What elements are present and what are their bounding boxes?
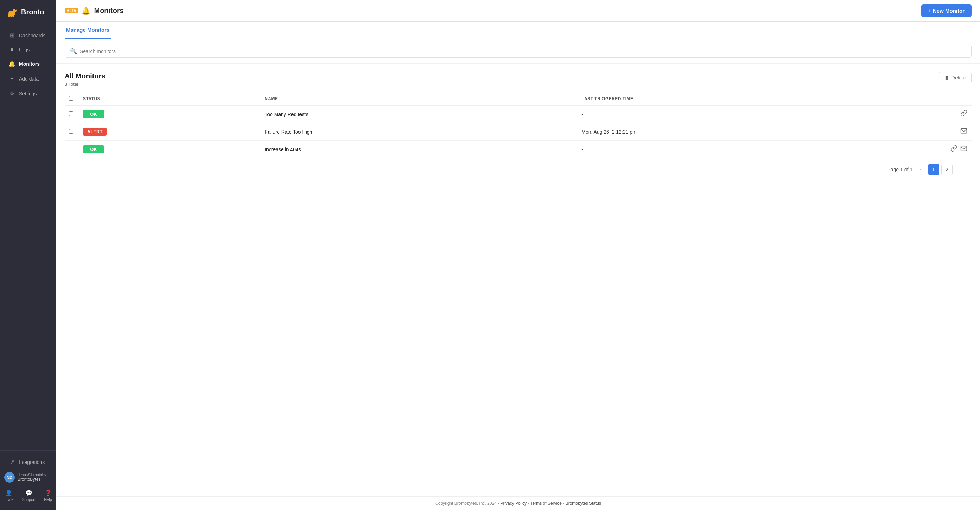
footer-sep2: -: [563, 501, 565, 506]
page-title: Monitors: [94, 7, 123, 15]
trash-icon: 🗑: [945, 75, 950, 81]
tab-manage-monitors[interactable]: Manage Monitors: [65, 22, 111, 39]
sidebar-item-monitors[interactable]: 🔔 Monitors: [3, 57, 53, 71]
page-of: of: [904, 167, 908, 172]
sidebar-item-add-data-label: Add data: [19, 76, 39, 81]
main-content: BETA 🔔 Monitors + New Monitor Manage Mon…: [56, 0, 980, 510]
row-name-cell[interactable]: Increase in 404s: [261, 141, 577, 158]
brontobytes-status-link[interactable]: Brontobytes Status: [566, 501, 601, 506]
total-pages: 1: [910, 167, 913, 172]
monitors-icon: 🔔: [8, 61, 16, 67]
prev-page-button[interactable]: ←: [918, 166, 926, 173]
new-monitor-button[interactable]: + New Monitor: [921, 4, 972, 17]
support-action[interactable]: 💬 Support: [19, 488, 39, 503]
footer-sep1: -: [528, 501, 530, 506]
sidebar-item-dashboards-label: Dashboards: [19, 33, 46, 38]
sidebar-nav: ⊞ Dashboards ≡ Logs 🔔 Monitors ＋ Add dat…: [0, 26, 56, 450]
table-head: STATUS NAME LAST TRIGGERED TIME: [65, 92, 972, 105]
row-actions-cell: [936, 105, 972, 123]
invite-icon: 👤: [5, 489, 12, 496]
bronto-logo-icon: [6, 6, 18, 18]
th-name: NAME: [261, 92, 577, 105]
email-icon[interactable]: [960, 146, 967, 153]
table-row: OKToo Many Requests-: [65, 105, 972, 123]
terms-of-service-link[interactable]: Terms of Service: [530, 501, 562, 506]
help-action[interactable]: ❓ Help: [41, 488, 55, 503]
row-name-cell[interactable]: Too Many Requests: [261, 105, 577, 123]
page-1-button[interactable]: 1: [928, 164, 939, 175]
status-badge: ALERT: [83, 128, 107, 136]
table-body: OKToo Many Requests-ALERTFailure Rate To…: [65, 105, 972, 158]
help-icon: ❓: [45, 489, 52, 496]
status-badge: OK: [83, 145, 104, 153]
sidebar-actions: 👤 Invite 💬 Support ❓ Help: [0, 485, 56, 506]
page-info: Page 1 of 1: [887, 167, 913, 172]
delete-button[interactable]: 🗑 Delete: [939, 72, 972, 83]
sidebar: Bronto ⊞ Dashboards ≡ Logs 🔔 Monitors ＋ …: [0, 0, 56, 510]
row-name-cell[interactable]: Failure Rate Too High: [261, 123, 577, 141]
row-last-triggered-cell: -: [577, 105, 936, 123]
table-row: ALERTFailure Rate Too HighMon, Aug 26, 2…: [65, 123, 972, 141]
search-bar: 🔍: [56, 39, 980, 64]
row-last-triggered-cell: -: [577, 141, 936, 158]
dashboards-icon: ⊞: [8, 32, 16, 39]
row-1-checkbox[interactable]: [69, 112, 73, 116]
row-checkbox-cell: [65, 123, 79, 141]
sidebar-item-dashboards[interactable]: ⊞ Dashboards: [3, 29, 53, 42]
privacy-policy-link[interactable]: Privacy Policy: [500, 501, 527, 506]
th-actions: [936, 92, 972, 105]
row-actions-cell: [936, 141, 972, 158]
pagination: Page 1 of 1 ← 1 2 →: [65, 158, 972, 181]
next-page-button[interactable]: →: [955, 166, 963, 173]
select-all-checkbox[interactable]: [69, 96, 73, 100]
sidebar-logo: Bronto: [0, 0, 56, 26]
footer: Copyright Brontobytes, Inc. 2024 - Priva…: [56, 496, 980, 510]
webhook-icon[interactable]: [960, 111, 967, 118]
add-data-icon: ＋: [8, 75, 16, 82]
sidebar-item-integrations[interactable]: ⤢ Integrations: [3, 455, 53, 469]
delete-label: Delete: [951, 75, 966, 81]
table-header-row-el: STATUS NAME LAST TRIGGERED TIME: [65, 92, 972, 105]
sidebar-item-logs[interactable]: ≡ Logs: [3, 43, 53, 56]
row-actions-cell: [936, 123, 972, 141]
svg-rect-7: [961, 146, 967, 151]
row-2-checkbox[interactable]: [69, 129, 73, 134]
logo-text: Bronto: [21, 8, 44, 16]
th-checkbox: [65, 92, 79, 105]
invite-label: Invite: [4, 497, 13, 502]
user-info[interactable]: ND demo@brontoby... BrontoBytes: [0, 469, 56, 485]
sidebar-item-add-data[interactable]: ＋ Add data: [3, 72, 53, 86]
table-title-area: All Monitors 3 Total: [65, 72, 105, 87]
svg-point-3: [10, 14, 12, 17]
table-header-row: All Monitors 3 Total 🗑 Delete: [65, 72, 972, 87]
user-email: demo@brontoby...: [18, 473, 49, 477]
th-status: STATUS: [79, 92, 261, 105]
user-org: BrontoBytes: [18, 477, 49, 482]
tabs-bar: Manage Monitors: [56, 22, 980, 39]
svg-rect-6: [961, 128, 967, 133]
page-2-button[interactable]: 2: [941, 164, 953, 175]
beta-badge: BETA: [65, 8, 78, 13]
header-bell-icon: 🔔: [81, 7, 90, 15]
table-total: 3 Total: [65, 81, 105, 87]
sidebar-item-settings[interactable]: ⚙ Settings: [3, 86, 53, 100]
footer-copyright: Copyright Brontobytes, Inc. 2024 -: [435, 501, 499, 506]
search-input[interactable]: [80, 49, 966, 54]
help-label: Help: [44, 497, 52, 502]
email-icon[interactable]: [960, 129, 967, 136]
search-icon: 🔍: [70, 48, 77, 54]
current-page: 1: [900, 167, 903, 172]
sidebar-item-logs-label: Logs: [19, 47, 30, 53]
user-details: demo@brontoby... BrontoBytes: [18, 473, 49, 482]
svg-point-2: [8, 14, 10, 17]
search-input-wrap: 🔍: [65, 45, 972, 58]
svg-point-4: [12, 14, 14, 17]
row-3-checkbox[interactable]: [69, 147, 73, 151]
monitors-table: STATUS NAME LAST TRIGGERED TIME OKToo Ma…: [65, 92, 972, 158]
table-row: OKIncrease in 404s-: [65, 141, 972, 158]
sidebar-bottom: ⤢ Integrations ND demo@brontoby... Bront…: [0, 450, 56, 510]
webhook-icon[interactable]: [950, 146, 958, 153]
invite-action[interactable]: 👤 Invite: [2, 488, 16, 503]
row-last-triggered-cell: Mon, Aug 26, 2:12:21 pm: [577, 123, 936, 141]
sidebar-item-integrations-label: Integrations: [19, 459, 45, 465]
